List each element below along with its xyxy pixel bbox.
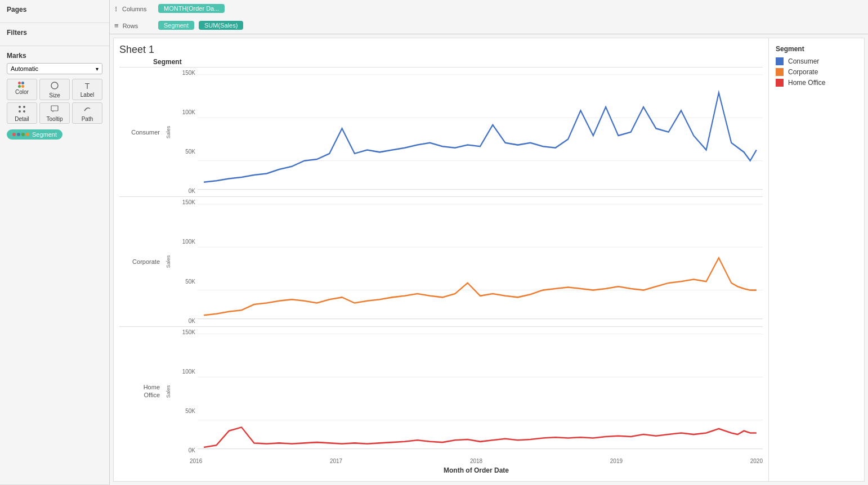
sheet-title: Sheet 1 [119, 44, 763, 56]
chart-row-consumer: Consumer Sales 150K 100K 50K 0K [119, 67, 763, 196]
marks-size-label: Size [49, 92, 60, 98]
svg-point-4 [23, 110, 25, 113]
marks-buttons-grid: Color Size T Label [7, 79, 102, 124]
charts-area: Consumer Sales 150K 100K 50K 0K [119, 67, 763, 481]
marks-size-button[interactable]: Size [39, 79, 70, 100]
marks-label-button[interactable]: T Label [72, 79, 102, 100]
segment-pill-label: Segment [32, 131, 57, 138]
consumer-label: Consumer [119, 68, 164, 196]
segment-axis-label: Segment [153, 58, 763, 66]
path-icon [83, 105, 91, 115]
legend-title: Segment [776, 45, 857, 53]
marks-detail-button[interactable]: Detail [7, 102, 37, 124]
tooltip-icon [51, 105, 59, 115]
marks-path-button[interactable]: Path [72, 102, 102, 124]
detail-icon [18, 105, 26, 115]
legend-label-corporate: Corporate [788, 68, 818, 76]
x-axis-title: Month of Order Date [190, 466, 763, 474]
rows-icon: ≡ [114, 21, 119, 30]
columns-pill[interactable]: MONTH(Order Da... [158, 4, 225, 13]
legend-item-corporate[interactable]: Corporate [776, 68, 857, 76]
corporate-chart [198, 197, 763, 326]
homeoffice-sales-label: Sales [164, 327, 172, 456]
x-ticks: 2016 2017 2018 2019 2020 [190, 456, 763, 464]
columns-label: ⫶ Columns [114, 5, 154, 13]
homeoffice-yaxis: 150K 100K 50K 0K [172, 327, 198, 456]
svg-point-1 [19, 106, 21, 108]
legend-color-consumer [776, 57, 784, 65]
marks-color-label: Color [15, 89, 29, 95]
corporate-label: Corporate [119, 197, 164, 326]
pages-title: Pages [7, 6, 102, 14]
left-panel: Pages Filters Marks Automatic ▾ C [0, 0, 110, 485]
segment-pill[interactable]: Segment [7, 129, 62, 140]
x-tick-2020: 2020 [750, 458, 763, 464]
chart-row-homeoffice: HomeOffice Sales 150K 100K 50K 0K [119, 326, 763, 456]
x-tick-2017: 2017 [330, 458, 342, 464]
filters-section: Filters [0, 23, 109, 46]
rows-pill1[interactable]: Segment [158, 21, 194, 30]
svg-marker-6 [52, 111, 53, 113]
consumer-sales-label: Sales [164, 68, 172, 196]
marks-tooltip-button[interactable]: Tooltip [39, 102, 70, 124]
legend-item-consumer[interactable]: Consumer [776, 57, 857, 65]
color-icon [18, 82, 26, 88]
svg-point-3 [19, 110, 21, 113]
chart-main: Sheet 1 Segment Consumer Sales 150K 100K… [114, 38, 768, 481]
size-icon [51, 82, 59, 91]
legend-color-homeoffice [776, 79, 784, 87]
marks-path-label: Path [82, 116, 93, 122]
consumer-chart [198, 68, 763, 196]
marks-tooltip-label: Tooltip [47, 116, 63, 122]
chart-row-corporate: Corporate Sales 150K 100K 50K 0K [119, 196, 763, 326]
corporate-sales-label: Sales [164, 197, 172, 326]
toolbar: ⫶ Columns MONTH(Order Da... ≡ Rows Segme… [110, 0, 868, 34]
filters-title: Filters [7, 29, 102, 37]
marks-type-label: Automatic [11, 65, 38, 72]
marks-section: Marks Automatic ▾ Color [0, 46, 109, 485]
x-tick-2016: 2016 [190, 458, 202, 464]
rows-label: ≡ Rows [114, 21, 154, 30]
corporate-yaxis: 150K 100K 50K 0K [172, 197, 198, 326]
rows-pill2[interactable]: SUM(Sales) [199, 21, 243, 30]
segment-dots [12, 133, 29, 136]
pages-section: Pages [0, 0, 109, 23]
svg-point-2 [23, 106, 25, 108]
legend-label-consumer: Consumer [788, 57, 819, 65]
rows-row: ≡ Rows Segment SUM(Sales) [110, 17, 868, 34]
main-area: ⫶ Columns MONTH(Order Da... ≡ Rows Segme… [110, 0, 868, 485]
legend-label-homeoffice: Home Office [788, 79, 825, 87]
legend-panel: Segment Consumer Corporate Home Office [768, 38, 864, 481]
svg-point-0 [51, 82, 58, 89]
marks-title: Marks [7, 52, 102, 60]
consumer-yaxis: 150K 100K 50K 0K [172, 68, 198, 196]
chart-container: Sheet 1 Segment Consumer Sales 150K 100K… [113, 38, 865, 482]
x-tick-2018: 2018 [470, 458, 482, 464]
columns-row: ⫶ Columns MONTH(Order Da... [110, 0, 868, 17]
label-icon: T [85, 82, 90, 91]
svg-rect-5 [51, 106, 58, 111]
homeoffice-chart [198, 327, 763, 456]
homeoffice-label: HomeOffice [119, 327, 164, 456]
x-tick-2019: 2019 [610, 458, 623, 464]
columns-icon: ⫶ [114, 5, 118, 13]
legend-item-homeoffice[interactable]: Home Office [776, 79, 857, 87]
marks-detail-label: Detail [15, 116, 29, 122]
marks-color-button[interactable]: Color [7, 79, 37, 100]
marks-type-dropdown[interactable]: Automatic ▾ [7, 63, 102, 74]
chevron-down-icon: ▾ [96, 66, 99, 72]
marks-label-label: Label [80, 92, 94, 98]
x-axis-area: 2016 2017 2018 2019 2020 Month of Order … [190, 456, 763, 481]
legend-color-corporate [776, 68, 784, 76]
